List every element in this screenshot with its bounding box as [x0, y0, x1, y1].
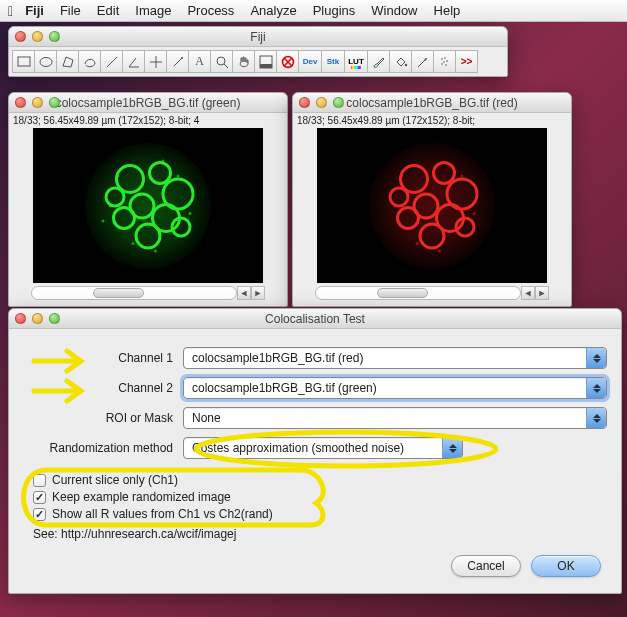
svg-point-54	[393, 204, 396, 207]
fiji-titlebar[interactable]: Fiji	[9, 27, 507, 47]
colocalisation-test-dialog: Colocalisation Test Channel 1 colocsampl…	[8, 308, 622, 594]
svg-point-43	[369, 143, 495, 269]
roi-value: None	[192, 411, 221, 425]
menu-window[interactable]: Window	[363, 3, 425, 18]
svg-point-17	[441, 58, 443, 60]
svg-rect-11	[260, 64, 272, 68]
spray-tool-icon[interactable]	[433, 50, 456, 73]
menu-image[interactable]: Image	[127, 3, 179, 18]
menu-edit[interactable]: Edit	[89, 3, 127, 18]
current-slice-only-checkbox[interactable]	[33, 474, 46, 487]
arrow-tool-icon[interactable]	[411, 50, 434, 73]
stk-menu-icon[interactable]: Stk	[321, 50, 345, 73]
minimize-icon[interactable]	[32, 31, 43, 42]
close-icon[interactable]	[299, 97, 310, 108]
close-icon[interactable]	[15, 97, 26, 108]
current-slice-only-label: Current slice only (Ch1)	[52, 473, 178, 487]
svg-point-19	[443, 61, 445, 63]
oval-select-tool-icon[interactable]	[34, 50, 57, 73]
chevron-up-down-icon	[586, 408, 606, 428]
zoom-icon[interactable]	[49, 97, 60, 108]
roi-label: ROI or Mask	[23, 411, 183, 425]
image-red-titlebar[interactable]: colocsample1bRGB_BG.tif (red)	[293, 93, 571, 113]
app-menu[interactable]: Fiji	[17, 3, 52, 18]
dev-menu-icon[interactable]: Dev	[298, 50, 322, 73]
image-green-meta: 18/33; 56.45x49.89 µm (172x152); 8-bit; …	[9, 113, 287, 128]
dialog-titlebar[interactable]: Colocalisation Test	[9, 309, 621, 329]
lut-menu-icon[interactable]: LUT	[344, 50, 368, 73]
line-tool-icon[interactable]	[100, 50, 123, 73]
ok-button[interactable]: OK	[531, 555, 601, 577]
show-all-r-checkbox[interactable]	[33, 508, 46, 521]
more-tools-icon[interactable]: >>	[455, 50, 478, 73]
hand-tool-icon[interactable]	[232, 50, 255, 73]
zoom-icon[interactable]	[49, 31, 60, 42]
wand-tool-icon[interactable]	[166, 50, 189, 73]
angle-tool-icon[interactable]	[122, 50, 145, 73]
next-slice-button[interactable]: ►	[251, 286, 265, 300]
image-window-green: colocsample1bRGB_BG.tif (green) 18/33; 5…	[8, 92, 288, 307]
slice-scrollbar[interactable]	[315, 286, 521, 300]
point-tool-icon[interactable]	[144, 50, 167, 73]
dropper-tool-icon[interactable]	[254, 50, 277, 73]
minimize-icon[interactable]	[32, 313, 43, 324]
polygon-select-tool-icon[interactable]	[56, 50, 79, 73]
slice-scrollbar[interactable]	[31, 286, 237, 300]
next-slice-button[interactable]: ►	[535, 286, 549, 300]
zoom-icon[interactable]	[49, 313, 60, 324]
fiji-toolbar: A Dev Stk LUT >>	[9, 47, 507, 76]
abort-macro-icon[interactable]	[276, 50, 299, 73]
menubar:  Fiji File Edit Image Process Analyze P…	[0, 0, 627, 22]
menu-analyze[interactable]: Analyze	[242, 3, 304, 18]
menu-help[interactable]: Help	[426, 3, 469, 18]
svg-point-1	[40, 57, 52, 66]
svg-point-15	[404, 63, 406, 65]
roi-select[interactable]: None	[183, 407, 607, 429]
svg-point-40	[102, 219, 105, 222]
randomization-value: Costes approximation (smoothed noise)	[192, 441, 404, 455]
minimize-icon[interactable]	[32, 97, 43, 108]
svg-point-38	[189, 212, 192, 215]
menu-plugins[interactable]: Plugins	[305, 3, 364, 18]
zoom-icon[interactable]	[333, 97, 344, 108]
prev-slice-button[interactable]: ◄	[521, 286, 535, 300]
menu-process[interactable]: Process	[179, 3, 242, 18]
randomization-label: Randomization method	[23, 441, 183, 455]
brush-tool-icon[interactable]	[367, 50, 390, 73]
svg-point-21	[441, 63, 443, 65]
image-red-meta: 18/33; 56.45x49.89 µm (172x152); 8-bit;	[293, 113, 571, 128]
rect-select-tool-icon[interactable]	[12, 50, 35, 73]
minimize-icon[interactable]	[316, 97, 327, 108]
svg-point-37	[177, 174, 180, 177]
image-red-canvas[interactable]	[317, 128, 547, 283]
magnifier-tool-icon[interactable]	[210, 50, 233, 73]
close-icon[interactable]	[15, 313, 26, 324]
svg-point-36	[132, 242, 135, 245]
randomization-select[interactable]: Costes approximation (smoothed noise)	[183, 437, 463, 459]
channel2-select[interactable]: colocsample1bRGB_BG.tif (green)	[183, 377, 607, 399]
close-icon[interactable]	[15, 31, 26, 42]
cancel-button[interactable]: Cancel	[451, 555, 521, 577]
menu-file[interactable]: File	[52, 3, 89, 18]
image-window-red: colocsample1bRGB_BG.tif (red) 18/33; 56.…	[292, 92, 572, 307]
window-title: Colocalisation Test	[15, 312, 615, 326]
flood-fill-tool-icon[interactable]	[389, 50, 412, 73]
prev-slice-button[interactable]: ◄	[237, 286, 251, 300]
channel1-label: Channel 1	[23, 351, 183, 365]
svg-point-18	[444, 57, 446, 59]
apple-menu-icon[interactable]: 	[8, 3, 13, 19]
image-green-titlebar[interactable]: colocsample1bRGB_BG.tif (green)	[9, 93, 287, 113]
svg-marker-2	[63, 57, 73, 67]
svg-point-35	[109, 204, 112, 207]
svg-point-57	[473, 212, 476, 215]
svg-line-9	[224, 64, 228, 68]
channel2-value: colocsample1bRGB_BG.tif (green)	[192, 381, 377, 395]
image-green-canvas[interactable]	[33, 128, 263, 283]
svg-point-8	[217, 57, 225, 65]
freehand-select-tool-icon[interactable]	[78, 50, 101, 73]
keep-example-checkbox[interactable]	[33, 491, 46, 504]
text-tool-icon[interactable]: A	[188, 50, 211, 73]
svg-rect-0	[18, 57, 30, 66]
channel1-value: colocsample1bRGB_BG.tif (red)	[192, 351, 363, 365]
channel1-select[interactable]: colocsample1bRGB_BG.tif (red)	[183, 347, 607, 369]
